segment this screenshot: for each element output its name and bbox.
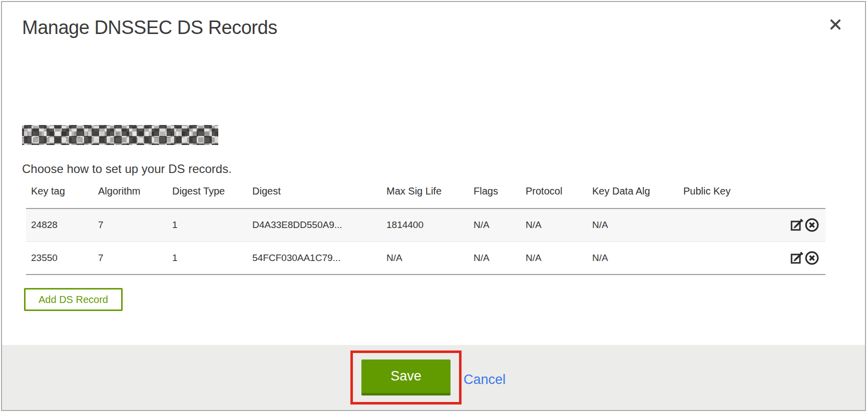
table-row: 24828 7 1 D4A33E8DD550A9... 1814400 N/A …: [26, 208, 825, 242]
col-header-max-sig-life: Max Sig Life: [381, 184, 469, 208]
delete-record-icon[interactable]: [804, 218, 819, 232]
cell-max-sig-life: 1814400: [381, 208, 469, 242]
redacted-domain-name: [22, 125, 218, 145]
row-actions: [783, 208, 825, 242]
edit-record-icon[interactable]: [789, 250, 804, 266]
save-button[interactable]: Save: [361, 360, 451, 396]
cell-key-data-alg: N/A: [587, 242, 678, 274]
delete-record-icon[interactable]: [804, 250, 819, 266]
table-header-row: Key tag Algorithm Digest Type Digest Max…: [26, 184, 825, 208]
cell-protocol: N/A: [521, 208, 587, 242]
col-header-digest-type: Digest Type: [167, 184, 247, 208]
close-icon[interactable]: [828, 17, 843, 32]
col-header-flags: Flags: [469, 184, 521, 208]
col-header-algorithm: Algorithm: [93, 184, 167, 208]
cell-key-data-alg: N/A: [587, 208, 678, 242]
cell-digest: D4A33E8DD550A9...: [247, 208, 381, 242]
ds-records-table: Key tag Algorithm Digest Type Digest Max…: [26, 184, 825, 275]
cell-algorithm: 7: [93, 242, 167, 274]
dialog-footer: Save Cancel: [2, 345, 865, 410]
cancel-link[interactable]: Cancel: [464, 372, 506, 388]
col-header-protocol: Protocol: [521, 184, 587, 208]
row-actions: [783, 242, 825, 274]
edit-record-icon[interactable]: [789, 218, 804, 232]
cell-algorithm: 7: [93, 208, 167, 242]
col-header-public-key: Public Key: [678, 184, 783, 208]
cell-flags: N/A: [469, 208, 521, 242]
col-header-key-tag: Key tag: [26, 184, 93, 208]
cell-public-key: [678, 242, 783, 274]
table-row: 23550 7 1 54FCF030AA1C79... N/A N/A N/A …: [26, 242, 825, 274]
add-ds-record-button[interactable]: Add DS Record: [24, 288, 123, 311]
cell-public-key: [678, 208, 783, 242]
col-header-actions: [783, 184, 825, 208]
page-title: Manage DNSSEC DS Records: [22, 17, 277, 38]
cell-protocol: N/A: [521, 242, 587, 274]
col-header-key-data-alg: Key Data Alg: [587, 184, 678, 208]
cell-digest: 54FCF030AA1C79...: [247, 242, 381, 274]
save-highlight-annotation: Save: [350, 350, 462, 404]
lead-text: Choose how to set up your DS records.: [22, 162, 232, 176]
cell-digest-type: 1: [167, 242, 247, 274]
dnssec-dialog: Manage DNSSEC DS Records Choose how to s…: [1, 1, 866, 411]
col-header-digest: Digest: [247, 184, 381, 208]
cell-key-tag: 24828: [26, 208, 93, 242]
cell-key-tag: 23550: [26, 242, 93, 274]
cell-digest-type: 1: [167, 208, 247, 242]
cell-flags: N/A: [469, 242, 521, 274]
cell-max-sig-life: N/A: [381, 242, 469, 274]
close-x-glyph: [828, 18, 842, 32]
